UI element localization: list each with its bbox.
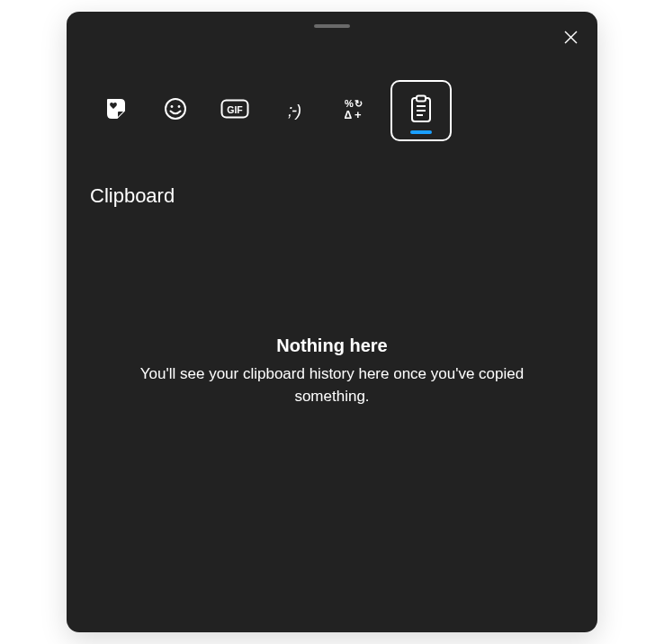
tab-emoji[interactable]: [160, 95, 191, 126]
emoji-clipboard-panel: GIF ;-) % ↻ Δ +: [67, 12, 597, 632]
tab-symbols[interactable]: % ↻ Δ +: [338, 95, 369, 126]
clipboard-icon: [408, 94, 434, 127]
sticker-heart-icon: [104, 97, 128, 124]
svg-point-3: [171, 105, 174, 108]
svg-rect-12: [417, 96, 426, 102]
close-button[interactable]: [558, 26, 583, 51]
section-title: Clipboard: [90, 184, 175, 208]
tab-gif[interactable]: GIF: [220, 95, 250, 126]
empty-state: Nothing here You'll see your clipboard h…: [67, 335, 597, 407]
svg-point-4: [178, 105, 181, 108]
gif-icon: GIF: [220, 99, 249, 122]
tab-recent[interactable]: [101, 95, 131, 126]
svg-text:%: %: [345, 98, 354, 109]
empty-state-message: You'll see your clipboard history here o…: [139, 363, 525, 407]
tab-clipboard[interactable]: [390, 80, 452, 141]
svg-point-2: [166, 99, 185, 119]
drag-handle[interactable]: [314, 24, 350, 28]
svg-text:+: +: [354, 108, 362, 121]
svg-text:Δ: Δ: [345, 109, 353, 121]
smiley-icon: [164, 97, 187, 124]
empty-state-title: Nothing here: [139, 335, 525, 356]
symbols-icon: % ↻ Δ +: [342, 97, 365, 124]
svg-text:GIF: GIF: [227, 104, 243, 115]
close-icon: [564, 31, 578, 48]
tab-kaomoji[interactable]: ;-): [279, 95, 310, 126]
category-tabs: GIF ;-) % ↻ Δ +: [101, 80, 452, 141]
kaomoji-icon: ;-): [288, 102, 301, 121]
